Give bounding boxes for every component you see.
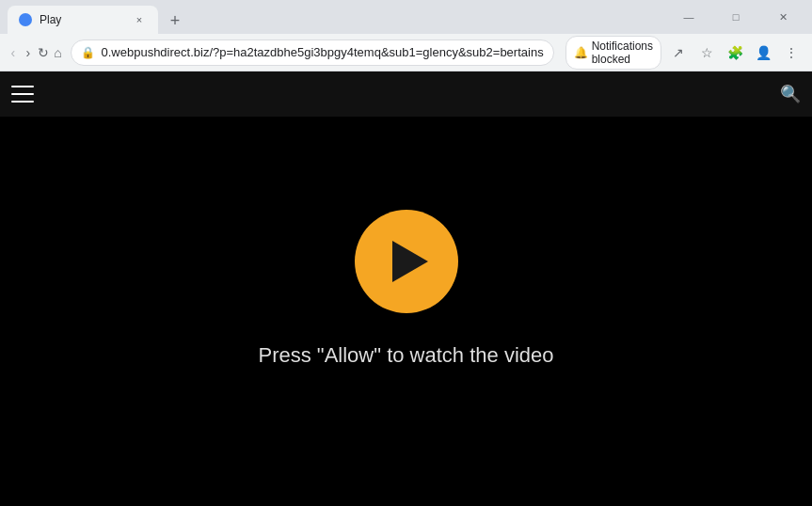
hamburger-line-1 bbox=[11, 86, 34, 87]
active-tab[interactable]: Play × bbox=[8, 6, 158, 34]
prompt-text: Press "Allow" to watch the video bbox=[259, 343, 554, 368]
hamburger-line-2 bbox=[11, 93, 34, 95]
tab-favicon bbox=[19, 13, 32, 26]
toolbar-actions: ↗ ☆ 🧩 👤 ⋮ bbox=[665, 40, 804, 66]
bookmark-icon: ☆ bbox=[701, 45, 713, 60]
maximize-button[interactable]: □ bbox=[714, 0, 757, 34]
refresh-button[interactable]: ↻ bbox=[38, 40, 49, 66]
home-icon: ⌂ bbox=[54, 45, 61, 60]
page-menu-bar: 🔍 bbox=[0, 71, 812, 117]
title-bar: Play × + — □ ✕ bbox=[0, 0, 812, 34]
notifications-blocked-badge[interactable]: 🔔 Notifications blocked bbox=[565, 36, 661, 70]
profile-button[interactable]: 👤 bbox=[750, 40, 776, 66]
close-button[interactable]: ✕ bbox=[761, 0, 804, 34]
page-search-icon: 🔍 bbox=[780, 85, 801, 103]
tab-strip: Play × + bbox=[8, 0, 663, 34]
url-text: 0.webpushdirect.biz/?p=ha2tazdbhe5gi3bpg… bbox=[101, 45, 543, 59]
page-content: 🔍 Press "Allow" to watch the video bbox=[0, 71, 812, 506]
profile-icon: 👤 bbox=[756, 45, 772, 60]
lock-icon: 🔒 bbox=[81, 46, 95, 59]
menu-button[interactable]: ⋮ bbox=[778, 40, 804, 66]
share-icon: ↗ bbox=[673, 45, 684, 60]
extensions-button[interactable]: 🧩 bbox=[722, 40, 748, 66]
dots-menu-icon: ⋮ bbox=[785, 45, 798, 60]
back-button[interactable]: ‹ bbox=[8, 40, 19, 66]
window-controls: — □ ✕ bbox=[667, 0, 804, 34]
minimize-button[interactable]: — bbox=[667, 0, 710, 34]
play-button-container bbox=[355, 210, 458, 313]
tab-close-button[interactable]: × bbox=[132, 12, 147, 27]
share-button[interactable]: ↗ bbox=[665, 40, 692, 66]
address-bar[interactable]: 🔒 0.webpushdirect.biz/?p=ha2tazdbhe5gi3b… bbox=[71, 40, 553, 66]
home-button[interactable]: ⌂ bbox=[53, 40, 64, 66]
browser-frame: Play × + — □ ✕ ‹ › ↻ ⌂ 🔒 0.webpushdirect… bbox=[0, 0, 812, 506]
page-search-button[interactable]: 🔍 bbox=[780, 84, 801, 104]
hamburger-menu-button[interactable] bbox=[11, 86, 34, 103]
new-tab-button[interactable]: + bbox=[162, 8, 188, 34]
notifications-blocked-label: Notifications blocked bbox=[592, 40, 653, 66]
bookmark-button[interactable]: ☆ bbox=[693, 40, 720, 66]
tab-title: Play bbox=[40, 13, 124, 26]
back-icon: ‹ bbox=[11, 45, 16, 60]
hamburger-line-3 bbox=[11, 101, 34, 103]
extensions-icon: 🧩 bbox=[727, 45, 743, 60]
notification-blocked-icon: 🔔 bbox=[574, 46, 588, 59]
forward-button[interactable]: › bbox=[23, 40, 34, 66]
play-button[interactable] bbox=[355, 210, 458, 313]
play-triangle-icon bbox=[392, 241, 428, 282]
forward-icon: › bbox=[25, 45, 30, 60]
refresh-icon: ↻ bbox=[38, 45, 49, 60]
toolbar: ‹ › ↻ ⌂ 🔒 0.webpushdirect.biz/?p=ha2tazd… bbox=[0, 34, 812, 71]
